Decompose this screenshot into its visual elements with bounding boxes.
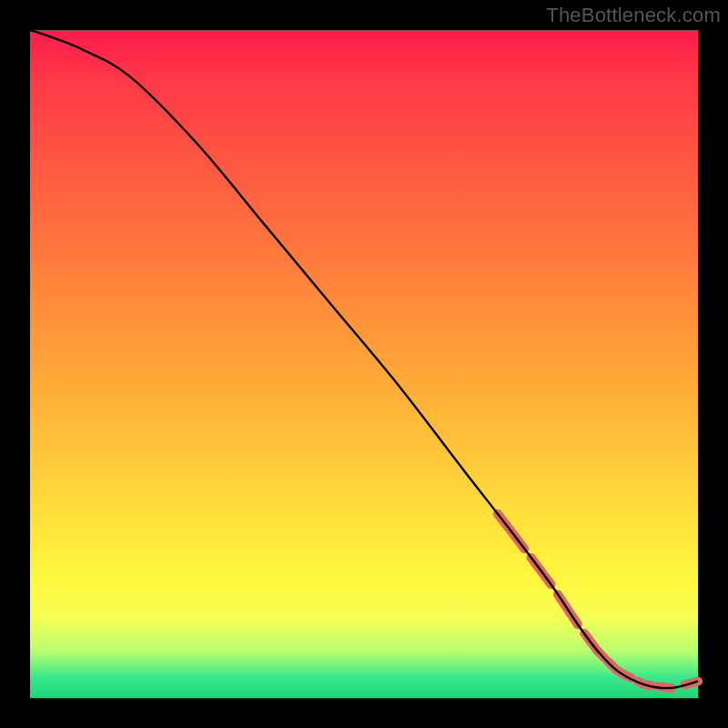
curve-line xyxy=(30,30,698,688)
chart-svg xyxy=(30,30,698,698)
highlight-group xyxy=(498,514,698,688)
plot-area xyxy=(30,30,698,698)
chart-frame: TheBottleneck.com xyxy=(0,0,728,728)
brand-watermark: TheBottleneck.com xyxy=(546,4,721,27)
highlight-segment xyxy=(608,662,632,678)
